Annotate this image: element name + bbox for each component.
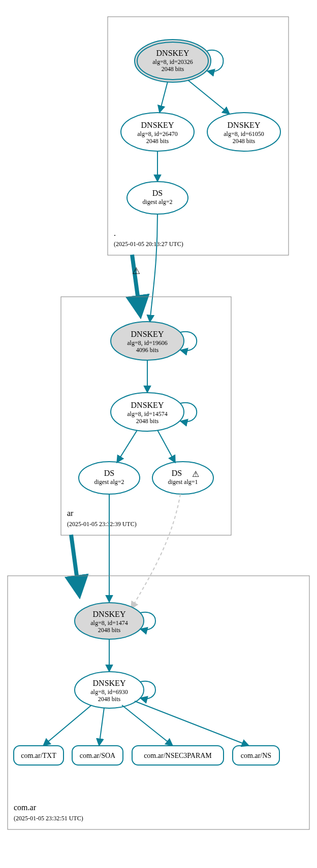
node-root-ksk: DNSKEY alg=8, id=20326 2048 bits (135, 40, 224, 82)
warn-ds2: ⚠ (192, 470, 199, 478)
edge-root-to-ar-zone (132, 255, 140, 315)
svg-text:alg=8, id=14574: alg=8, id=14574 (127, 410, 168, 418)
svg-text:2048 bits: 2048 bits (233, 137, 256, 145)
svg-text:com.ar/TXT: com.ar/TXT (21, 752, 56, 759)
node-root-zsk-61050: DNSKEY alg=8, id=61050 2048 bits (207, 113, 280, 151)
edge-arzsk-ds2 (157, 430, 175, 463)
edge-zsk-soa (99, 708, 104, 746)
svg-text:digest alg=2: digest alg=2 (94, 478, 124, 485)
svg-text:digest alg=1: digest alg=1 (168, 478, 198, 485)
svg-text:4096 bits: 4096 bits (136, 346, 159, 354)
svg-text:DNSKEY: DNSKEY (131, 401, 164, 409)
svg-text:DNSKEY: DNSKEY (93, 679, 126, 687)
svg-text:DNSKEY: DNSKEY (141, 121, 174, 129)
zone-root-name: . (114, 229, 116, 237)
svg-text:2048 bits: 2048 bits (98, 696, 121, 703)
node-ar-ksk: DNSKEY alg=8, id=19606 4096 bits (111, 322, 197, 360)
svg-text:DS: DS (104, 469, 114, 477)
svg-text:alg=8, id=26470: alg=8, id=26470 (137, 130, 178, 137)
svg-point-29 (152, 462, 213, 494)
zone-ar-name: ar (67, 509, 74, 517)
edge-rootksk-zsk1 (160, 82, 168, 113)
svg-text:DNSKEY: DNSKEY (93, 610, 126, 618)
node-comar-zsk: DNSKEY alg=8, id=6930 2048 bits (75, 672, 155, 708)
edge-zsk-ns (135, 701, 249, 746)
zone-comar: com.ar (2025-01-05 23:32:51 UTC) (8, 576, 309, 829)
svg-text:DNSKEY: DNSKEY (156, 49, 189, 57)
dnssec-graph: . (2025-01-05 20:13:27 UTC) DNSKEY alg=8… (0, 0, 317, 868)
node-comar-txt: com.ar/TXT (14, 746, 64, 765)
zone-comar-name: com.ar (14, 803, 37, 812)
svg-text:2048 bits: 2048 bits (146, 137, 169, 145)
svg-text:DNSKEY: DNSKEY (228, 121, 261, 129)
svg-text:DNSKEY: DNSKEY (131, 330, 164, 338)
zone-comar-ts: (2025-01-05 23:32:51 UTC) (14, 815, 83, 822)
svg-text:alg=8, id=6930: alg=8, id=6930 (90, 688, 128, 696)
node-comar-ksk: DNSKEY alg=8, id=1474 2048 bits (75, 603, 155, 639)
zone-root-ts: (2025-01-05 20:13:27 UTC) (114, 240, 183, 248)
node-comar-nsec3: com.ar/NSEC3PARAM (132, 746, 224, 765)
edge-ar-to-comar-zone (71, 535, 79, 595)
edge-zsk-nsec (122, 705, 173, 746)
edge-rootds-arksk (150, 214, 157, 322)
svg-text:com.ar/SOA: com.ar/SOA (80, 752, 116, 759)
svg-text:alg=8, id=61050: alg=8, id=61050 (224, 130, 264, 137)
svg-point-26 (79, 462, 140, 494)
node-comar-ns: com.ar/NS (233, 746, 279, 765)
edge-zsk-txt (43, 705, 91, 746)
node-root-zsk-26470: DNSKEY alg=8, id=26470 2048 bits (121, 113, 194, 151)
svg-text:com.ar/NS: com.ar/NS (241, 752, 271, 759)
svg-text:2048 bits: 2048 bits (136, 418, 159, 425)
node-ar-zsk: DNSKEY alg=8, id=14574 2048 bits (111, 393, 197, 431)
edge-arzsk-ds1 (117, 430, 137, 463)
svg-text:alg=8, id=19606: alg=8, id=19606 (127, 339, 168, 346)
svg-text:digest alg=2: digest alg=2 (142, 198, 172, 205)
node-ar-ds2: DS ⚠ digest alg=1 (152, 462, 213, 494)
svg-text:com.ar/NSEC3PARAM: com.ar/NSEC3PARAM (144, 752, 212, 759)
svg-text:2048 bits: 2048 bits (98, 627, 121, 634)
svg-text:DS: DS (172, 469, 182, 477)
svg-rect-32 (8, 576, 309, 829)
svg-text:alg=8, id=1474: alg=8, id=1474 (90, 619, 128, 627)
node-root-ds: DS digest alg=2 (127, 182, 188, 214)
svg-point-14 (127, 182, 188, 214)
warn-root-ar: ⚠ (132, 266, 140, 276)
edge-rootksk-zsk2 (188, 80, 230, 114)
node-comar-soa: com.ar/SOA (72, 746, 123, 765)
node-ar-ds1: DS digest alg=2 (79, 462, 140, 494)
svg-text:2048 bits: 2048 bits (162, 65, 184, 73)
zone-ar-ts: (2025-01-05 23:32:39 UTC) (67, 520, 137, 528)
svg-text:DS: DS (152, 189, 163, 197)
edge-ards2-comarksk-dashed (131, 494, 180, 609)
svg-text:alg=8, id=20326: alg=8, id=20326 (152, 58, 193, 65)
